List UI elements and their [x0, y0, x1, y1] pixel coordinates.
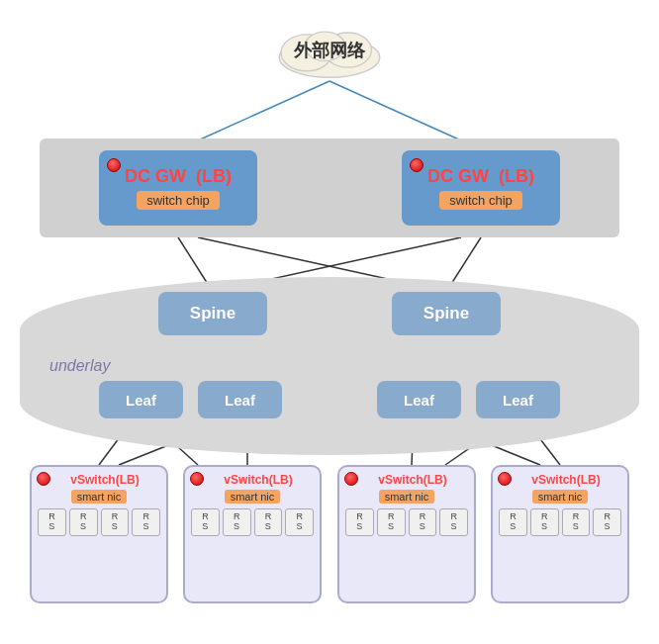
cloud-label: 外部网络 — [294, 39, 365, 62]
svg-line-1 — [330, 81, 461, 140]
leaf-2: Leaf — [198, 381, 282, 418]
dc-gw-left-title: DC GW (LB) — [125, 166, 232, 187]
vswitch-3-title: vSwitch(LB) — [378, 473, 446, 487]
rs-cell: RS — [101, 508, 130, 536]
rs-cell: RS — [69, 508, 98, 536]
vswitch-1: vSwitch(LB) smart nic RS RS RS RS — [30, 465, 168, 603]
vswitch-2-nic: smart nic — [225, 490, 281, 504]
dc-gw-right-subtitle: (LB) — [499, 166, 534, 186]
leaf-4-label: Leaf — [503, 392, 533, 409]
rs-cell: RS — [562, 508, 591, 536]
dc-gw-right-dot — [410, 158, 424, 172]
rs-cell: RS — [530, 508, 559, 536]
rs-cell: RS — [38, 508, 66, 536]
vswitch-2-rs-grid: RS RS RS RS — [189, 506, 316, 538]
leaf-2-label: Leaf — [225, 392, 255, 409]
cloud: 外部网络 — [265, 18, 394, 82]
vswitch-2-title: vSwitch(LB) — [224, 473, 292, 487]
rs-cell: RS — [132, 508, 160, 536]
vswitch-3: vSwitch(LB) smart nic RS RS RS RS — [337, 465, 476, 603]
dc-gw-area: DC GW (LB) switch chip DC GW (LB) switch… — [40, 138, 619, 237]
rs-cell: RS — [191, 508, 220, 536]
leaf-4: Leaf — [476, 381, 560, 418]
spine-left: Spine — [158, 292, 267, 335]
dc-gw-left-subtitle: (LB) — [196, 166, 232, 186]
svg-line-0 — [198, 81, 330, 140]
vswitch-2: vSwitch(LB) smart nic RS RS RS RS — [183, 465, 322, 603]
underlay-area: underlay — [20, 277, 639, 455]
diagram-container: 外部网络 DC GW (LB) switch chip DC GW (LB) s… — [0, 0, 659, 644]
vswitch-4: vSwitch(LB) smart nic RS RS RS RS — [491, 465, 629, 603]
vswitch-2-title-text: vSwitch — [224, 473, 268, 487]
underlay-label: underlay — [49, 357, 110, 375]
vswitch-1-nic: smart nic — [71, 490, 128, 504]
spine-right-label: Spine — [424, 304, 469, 323]
vswitch-2-subtitle: (LB) — [269, 473, 293, 487]
dc-gw-right-title: DC GW (LB) — [427, 166, 534, 187]
rs-cell: RS — [409, 508, 437, 536]
dc-gw-right: DC GW (LB) switch chip — [402, 150, 560, 226]
leaf-3: Leaf — [377, 381, 461, 418]
vswitch-4-title-text: vSwitch — [531, 473, 576, 487]
rs-cell: RS — [223, 508, 251, 536]
vswitch-3-title-text: vSwitch — [378, 473, 423, 487]
dc-gw-left: DC GW (LB) switch chip — [99, 150, 257, 226]
rs-cell: RS — [439, 508, 468, 536]
dc-gw-right-chip: switch chip — [439, 191, 522, 210]
rs-cell: RS — [285, 508, 314, 536]
vswitch-3-rs-grid: RS RS RS RS — [343, 506, 470, 538]
dc-gw-left-dot — [107, 158, 121, 172]
leaf-3-label: Leaf — [404, 392, 434, 409]
vswitch-1-dot — [37, 472, 50, 486]
vswitch-3-nic: smart nic — [379, 490, 435, 504]
vswitch-4-nic: smart nic — [532, 490, 589, 504]
spine-right: Spine — [392, 292, 501, 335]
rs-cell: RS — [593, 508, 621, 536]
dc-gw-right-title-text: DC GW — [427, 166, 489, 186]
vswitch-4-title: vSwitch(LB) — [531, 473, 600, 487]
vswitch-2-dot — [190, 472, 204, 486]
rs-cell: RS — [345, 508, 374, 536]
rs-cell: RS — [254, 508, 283, 536]
leaf-1: Leaf — [99, 381, 183, 418]
rs-cell: RS — [377, 508, 406, 536]
leaf-1-label: Leaf — [126, 392, 156, 409]
vswitch-1-title: vSwitch(LB) — [70, 473, 139, 487]
vswitch-1-title-text: vSwitch — [70, 473, 115, 487]
dc-gw-left-title-text: DC GW — [125, 166, 186, 186]
vswitch-4-dot — [498, 472, 512, 486]
vswitch-4-subtitle: (LB) — [577, 473, 601, 487]
dc-gw-left-chip: switch chip — [137, 191, 220, 210]
spine-left-label: Spine — [190, 304, 235, 323]
vswitch-3-subtitle: (LB) — [424, 473, 447, 487]
vswitch-4-rs-grid: RS RS RS RS — [497, 506, 623, 538]
vswitch-1-rs-grid: RS RS RS RS — [36, 506, 162, 538]
vswitch-3-dot — [344, 472, 358, 486]
vswitch-1-subtitle: (LB) — [116, 473, 140, 487]
rs-cell: RS — [499, 508, 527, 536]
